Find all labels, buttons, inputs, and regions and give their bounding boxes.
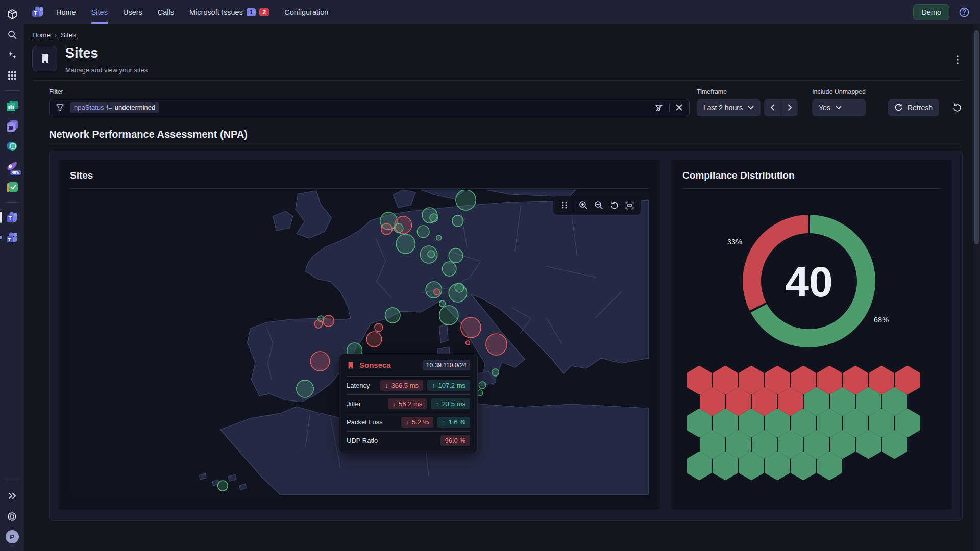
- hex-site-compliant[interactable]: [701, 431, 723, 457]
- hex-site-noncompliant[interactable]: [818, 367, 841, 393]
- apps-grid-icon[interactable]: [3, 66, 21, 85]
- ai-sparkles-icon[interactable]: [3, 46, 21, 64]
- site-bubble-green[interactable]: [452, 215, 463, 227]
- timeframe-next-button[interactable]: [781, 99, 798, 116]
- hex-site-compliant[interactable]: [805, 431, 827, 457]
- site-bubble-green[interactable]: [417, 226, 429, 238]
- zoom-in-icon[interactable]: [576, 196, 591, 215]
- site-bubble-green[interactable]: [456, 190, 476, 210]
- page-scrollbar[interactable]: [973, 24, 980, 551]
- filter-chip[interactable]: npaStatus != undetermined: [70, 102, 159, 113]
- zoom-out-icon[interactable]: [591, 196, 606, 215]
- hex-site-noncompliant[interactable]: [896, 367, 919, 393]
- hex-site-compliant[interactable]: [714, 453, 737, 479]
- site-bubble-green[interactable]: [439, 300, 446, 307]
- nav-item-home[interactable]: Home: [56, 0, 76, 24]
- teams-alt-app-icon[interactable]: T: [3, 229, 21, 247]
- hex-site-compliant[interactable]: [792, 453, 815, 479]
- site-bubble-red[interactable]: [366, 332, 381, 347]
- include-unmapped-select[interactable]: Yes: [812, 99, 866, 116]
- grafana-logo-icon[interactable]: [3, 5, 21, 23]
- administration-icon[interactable]: [3, 507, 21, 525]
- hex-site-noncompliant[interactable]: [701, 388, 723, 414]
- hex-site-compliant[interactable]: [857, 388, 879, 414]
- compliance-donut-chart[interactable]: 40 33% 68%: [682, 197, 941, 365]
- hex-site-compliant[interactable]: [727, 431, 749, 457]
- hex-site-noncompliant[interactable]: [779, 388, 801, 414]
- expand-sidebar-icon[interactable]: [3, 487, 21, 505]
- app-tasks-icon[interactable]: [3, 178, 21, 196]
- site-bubble-green[interactable]: [430, 214, 438, 222]
- drag-handle-icon[interactable]: [557, 196, 572, 215]
- hex-site-compliant[interactable]: [805, 388, 827, 414]
- hex-site-compliant[interactable]: [766, 410, 789, 436]
- hex-site-noncompliant[interactable]: [688, 367, 710, 393]
- hex-site-noncompliant[interactable]: [714, 367, 737, 393]
- user-avatar[interactable]: P: [3, 528, 21, 546]
- hex-site-noncompliant[interactable]: [792, 367, 815, 393]
- site-bubble-green[interactable]: [455, 283, 464, 292]
- hex-site-compliant[interactable]: [870, 410, 893, 436]
- scrollbar-thumb[interactable]: [974, 30, 979, 244]
- nav-item-calls[interactable]: Calls: [158, 0, 174, 24]
- nav-item-users[interactable]: Users: [123, 0, 142, 24]
- hex-site-compliant[interactable]: [779, 431, 801, 457]
- refresh-button[interactable]: Refresh: [888, 99, 939, 116]
- hex-site-compliant[interactable]: [883, 431, 905, 457]
- hex-site-compliant[interactable]: [740, 410, 763, 436]
- site-bubble-green[interactable]: [436, 235, 442, 240]
- fullscreen-icon[interactable]: [622, 196, 637, 215]
- site-bubble-green[interactable]: [479, 382, 486, 389]
- reset-view-icon[interactable]: [606, 196, 622, 215]
- site-bubble-green[interactable]: [396, 234, 415, 254]
- nav-item-configuration[interactable]: Configuration: [284, 0, 328, 24]
- site-bubble-red[interactable]: [466, 341, 470, 345]
- help-icon[interactable]: [958, 6, 971, 19]
- site-bubble-red[interactable]: [461, 317, 481, 338]
- hex-site-noncompliant[interactable]: [870, 367, 893, 393]
- nav-item-microsoft-issues[interactable]: Microsoft Issues 1 2: [189, 0, 269, 24]
- hex-site-compliant[interactable]: [844, 410, 867, 436]
- timeframe-prev-button[interactable]: [764, 99, 781, 116]
- kebab-menu-icon[interactable]: [952, 53, 963, 66]
- site-bubble-green[interactable]: [439, 306, 458, 325]
- site-bubble-red[interactable]: [314, 320, 323, 328]
- hex-site-compliant[interactable]: [688, 453, 710, 479]
- hex-site-noncompliant[interactable]: [844, 367, 867, 393]
- breadcrumb-sites-link[interactable]: Sites: [61, 31, 76, 39]
- hex-site-compliant[interactable]: [688, 410, 710, 436]
- site-bubble-red[interactable]: [434, 289, 440, 295]
- timeframe-select[interactable]: Last 2 hours: [697, 99, 761, 116]
- site-bubble-green[interactable]: [477, 390, 483, 396]
- app-megaphone-icon[interactable]: NEW: [3, 158, 21, 176]
- hex-site-compliant[interactable]: [818, 410, 841, 436]
- sites-map[interactable]: Sonseca 10.39.110.0/24 Latency ↓366.5 ms…: [70, 190, 649, 495]
- filter-input[interactable]: npaStatus != undetermined: [49, 99, 690, 116]
- site-bubble-red[interactable]: [381, 223, 393, 235]
- site-bubble-red[interactable]: [323, 315, 334, 327]
- compliance-hex-grid[interactable]: [682, 365, 941, 488]
- hex-site-compliant[interactable]: [831, 431, 853, 457]
- demo-button[interactable]: Demo: [913, 4, 949, 20]
- site-bubble-green[interactable]: [297, 380, 313, 397]
- hex-site-compliant[interactable]: [766, 453, 789, 479]
- site-bubble-green[interactable]: [442, 262, 456, 276]
- site-bubble-green[interactable]: [492, 369, 499, 376]
- hex-site-compliant[interactable]: [792, 410, 815, 436]
- hex-site-noncompliant[interactable]: [727, 388, 749, 414]
- hex-site-compliant[interactable]: [753, 431, 775, 457]
- hex-site-compliant[interactable]: [831, 388, 853, 414]
- hex-site-noncompliant[interactable]: [740, 367, 763, 393]
- hex-site-compliant[interactable]: [883, 388, 905, 414]
- teams-app-icon[interactable]: T: [3, 208, 21, 227]
- site-bubble-red[interactable]: [486, 334, 507, 355]
- hex-site-compliant[interactable]: [857, 431, 879, 457]
- app-cubes-icon[interactable]: [3, 117, 21, 135]
- hex-site-noncompliant[interactable]: [766, 367, 789, 393]
- hex-site-noncompliant[interactable]: [753, 388, 775, 414]
- hex-site-compliant[interactable]: [714, 410, 737, 436]
- filter-disable-icon[interactable]: [653, 102, 665, 113]
- nav-item-sites[interactable]: Sites: [91, 0, 108, 24]
- app-3d-icon[interactable]: [3, 137, 21, 156]
- clear-filter-icon[interactable]: [674, 103, 684, 112]
